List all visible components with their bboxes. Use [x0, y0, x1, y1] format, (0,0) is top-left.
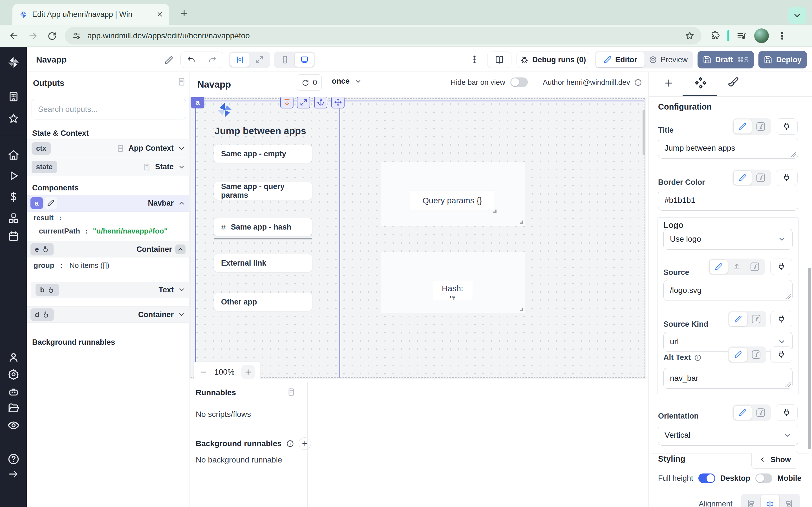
component-id-badge[interactable]: d [31, 308, 54, 321]
site-settings-icon[interactable] [72, 31, 81, 40]
static-mode-button[interactable] [729, 348, 747, 362]
extensions-icon[interactable] [710, 31, 720, 41]
static-mode-button[interactable] [733, 119, 752, 133]
fullscreen-component-button[interactable] [297, 97, 310, 108]
source-kind-connect-button[interactable] [770, 311, 792, 327]
reload-icon[interactable] [47, 31, 57, 41]
resources-cubes-icon[interactable] [8, 212, 19, 224]
new-tab-icon[interactable] [179, 8, 189, 18]
code-mode-button[interactable]: f [747, 312, 765, 326]
input-resize-handle[interactable] [785, 382, 791, 387]
runs-play-icon[interactable] [8, 170, 19, 181]
workers-icon[interactable] [8, 386, 19, 398]
input-resize-handle[interactable] [791, 152, 796, 157]
state-badge[interactable]: state [32, 161, 57, 173]
border-connect-button[interactable] [776, 170, 798, 186]
code-mode-button[interactable]: f [752, 406, 770, 420]
settings-scrollbar[interactable] [808, 268, 811, 449]
title-connect-button[interactable] [776, 118, 798, 135]
variables-dollar-icon[interactable] [8, 191, 19, 203]
debug-runs-button[interactable]: Debug runs (0) [516, 52, 589, 68]
nav-item-other-app[interactable]: Other app [214, 293, 312, 311]
desktop-view-button[interactable] [295, 53, 314, 67]
group-row[interactable]: group : No items ([]) [34, 261, 109, 270]
profile-avatar[interactable] [754, 29, 769, 43]
state-row[interactable]: state State [27, 158, 190, 176]
browser-menu-icon[interactable] [777, 31, 787, 41]
use-logo-select[interactable]: Use logo [663, 229, 793, 249]
border-color-input[interactable] [658, 190, 798, 211]
alt-text-input[interactable] [663, 368, 793, 389]
align-center-button[interactable] [761, 495, 779, 507]
settings-gear-icon[interactable] [8, 369, 19, 380]
favorites-star-icon[interactable] [8, 113, 19, 124]
canvas-scrollbar[interactable] [643, 110, 645, 155]
static-mode-button[interactable] [729, 312, 747, 326]
component-row-navbar[interactable]: a Navbar [27, 194, 190, 212]
mobile-toggle[interactable] [755, 473, 772, 483]
forward-icon[interactable] [28, 31, 38, 41]
ctx-row[interactable]: ctx App Context [27, 139, 190, 158]
component-row-container-d[interactable]: d Container [27, 306, 190, 323]
deploy-button[interactable]: Deploy [758, 51, 807, 68]
hash-card[interactable]: Hash: "f [380, 252, 525, 313]
code-mode-button[interactable]: f [752, 171, 770, 185]
audit-eye-icon[interactable] [7, 419, 20, 432]
info-icon[interactable] [694, 354, 702, 361]
input-resize-handle[interactable] [785, 294, 791, 299]
centered-layout-button[interactable] [230, 53, 250, 67]
resize-handle[interactable] [520, 221, 523, 224]
orientation-select[interactable]: Vertical [658, 425, 798, 446]
selected-component-badge[interactable]: a [191, 97, 204, 108]
query-params-card[interactable]: Query params {} [380, 162, 525, 226]
media-playlist-icon[interactable] [736, 31, 747, 41]
rename-pencil-icon[interactable] [164, 56, 173, 65]
browser-tab[interactable]: Edit App u/henri/navapp | Win [12, 4, 169, 25]
home-icon[interactable] [8, 149, 19, 161]
window-chevron-button[interactable] [788, 7, 806, 24]
chevron-up-icon[interactable] [177, 199, 186, 207]
anchor-component-button[interactable] [314, 97, 327, 108]
chevron-down-icon[interactable] [177, 163, 186, 171]
insert-component-tab[interactable] [663, 78, 674, 89]
redo-button[interactable] [202, 52, 223, 68]
nav-item-same-app-query-params[interactable]: Same app - query params [214, 182, 312, 200]
code-mode-button[interactable]: f [752, 119, 770, 133]
code-mode-button[interactable]: f [746, 260, 764, 274]
chevron-down-icon[interactable] [177, 311, 186, 319]
info-icon[interactable] [286, 440, 294, 448]
refresh-mode-dropdown[interactable]: once [332, 77, 362, 86]
canvas-body[interactable]: a Jump between apps Same app - empty Sam… [190, 97, 646, 379]
result-key-row[interactable]: result : [34, 214, 62, 222]
styling-tab[interactable] [727, 76, 739, 89]
zoom-in-button[interactable] [241, 365, 255, 379]
search-outputs-input[interactable] [32, 99, 186, 119]
align-left-button[interactable] [742, 495, 761, 507]
draft-button[interactable]: Draft ⌘S [698, 51, 754, 68]
title-input[interactable] [658, 138, 798, 159]
resize-handle[interactable] [493, 210, 497, 213]
alt-text-connect-button[interactable] [770, 346, 792, 363]
full-height-toggle[interactable] [698, 473, 715, 483]
chevron-down-icon[interactable] [177, 145, 186, 152]
nav-item-external-link[interactable]: External link [214, 255, 312, 272]
add-background-runnable-button[interactable] [299, 438, 311, 450]
info-icon[interactable] [634, 78, 642, 87]
full-width-button[interactable] [250, 53, 269, 67]
static-mode-button[interactable] [710, 260, 728, 274]
help-icon[interactable] [7, 453, 20, 465]
mobile-view-button[interactable] [275, 53, 295, 67]
chevron-down-icon[interactable] [177, 286, 186, 294]
tab-close-icon[interactable] [156, 11, 163, 18]
zoom-out-icon[interactable] [199, 368, 207, 376]
windmill-logo-icon[interactable] [7, 56, 20, 69]
url-bar[interactable]: app.windmill.dev/apps/edit/u/henri/navap… [65, 27, 702, 45]
edit-id-button[interactable] [45, 197, 57, 209]
component-id-badge[interactable]: b [36, 284, 59, 296]
resize-handle[interactable] [520, 308, 523, 311]
url-text[interactable]: app.windmill.dev/apps/edit/u/henri/navap… [87, 31, 684, 40]
hide-bar-toggle[interactable] [510, 77, 528, 87]
align-right-button[interactable] [779, 495, 798, 507]
code-mode-button[interactable]: f [747, 348, 765, 362]
bookmark-star-icon[interactable] [684, 31, 695, 41]
